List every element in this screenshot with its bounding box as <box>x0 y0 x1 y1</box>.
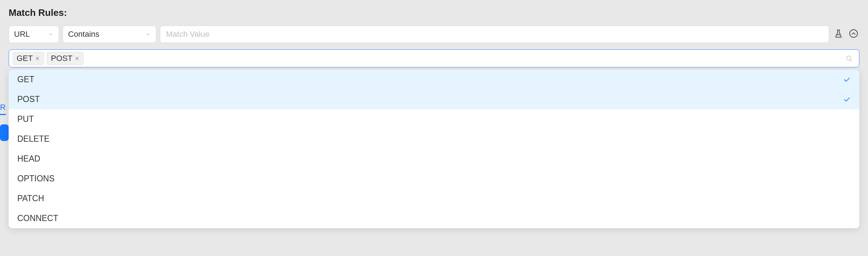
side-peek: R <box>0 103 9 141</box>
field-select-value: URL <box>14 30 48 39</box>
flask-icon <box>834 29 843 40</box>
dropdown-option-label: OPTIONS <box>17 174 55 184</box>
close-icon[interactable] <box>35 56 40 61</box>
dropdown-option-connect[interactable]: CONNECT <box>9 208 859 228</box>
operator-select-value: Contains <box>68 30 145 39</box>
dropdown-option-post[interactable]: POST <box>9 89 859 109</box>
dropdown-option-label: GET <box>17 75 34 84</box>
side-peek-tab-label[interactable]: R <box>0 103 6 115</box>
svg-point-1 <box>846 56 851 60</box>
method-tag: POST <box>47 52 84 65</box>
collapse-button[interactable] <box>848 28 859 40</box>
dropdown-option-get[interactable]: GET <box>9 70 859 89</box>
check-icon <box>843 96 851 103</box>
dropdown-option-label: DELETE <box>17 134 49 144</box>
dropdown-option-options[interactable]: OPTIONS <box>9 169 859 189</box>
match-value-input[interactable] <box>160 26 829 43</box>
dropdown-option-label: PATCH <box>17 194 44 203</box>
method-multi-select-container: GET POST GET POST PU <box>9 49 859 67</box>
method-tag: GET <box>13 52 44 65</box>
check-icon <box>843 76 851 84</box>
chevron-down-icon <box>145 31 151 37</box>
filter-row: URL Contains <box>9 26 859 43</box>
dropdown-option-label: POST <box>17 94 40 104</box>
dropdown-option-head[interactable]: HEAD <box>9 149 859 169</box>
dropdown-option-label: PUT <box>17 114 34 124</box>
method-dropdown: GET POST PUT DELETE HEAD OPTIONS PATCH C… <box>9 70 859 228</box>
dropdown-option-put[interactable]: PUT <box>9 109 859 129</box>
operator-select[interactable]: Contains <box>63 26 156 43</box>
dropdown-option-patch[interactable]: PATCH <box>9 189 859 208</box>
svg-point-0 <box>850 30 858 37</box>
method-multi-select[interactable]: GET POST <box>9 49 859 67</box>
test-button[interactable] <box>833 28 844 40</box>
section-title: Match Rules: <box>9 7 859 18</box>
method-tag-label: POST <box>51 54 72 63</box>
dropdown-option-label: CONNECT <box>17 213 58 223</box>
chevron-down-icon <box>48 31 54 37</box>
search-icon <box>845 55 855 62</box>
chevron-up-circle-icon <box>849 29 858 40</box>
dropdown-option-delete[interactable]: DELETE <box>9 129 859 149</box>
close-icon[interactable] <box>75 56 80 61</box>
field-select[interactable]: URL <box>9 26 59 43</box>
dropdown-option-label: HEAD <box>17 154 40 164</box>
side-peek-button[interactable] <box>0 124 9 141</box>
method-tag-label: GET <box>17 54 33 63</box>
